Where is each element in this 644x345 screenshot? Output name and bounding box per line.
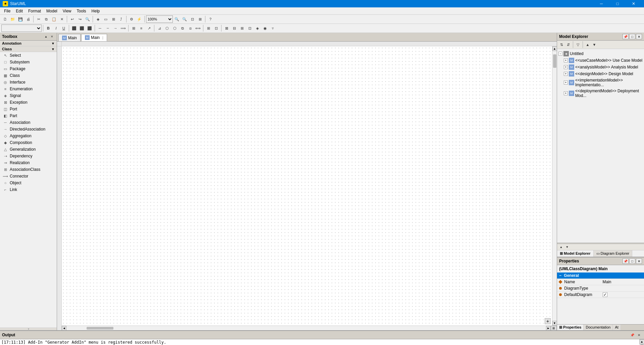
properties-expand-btn[interactable]: □ xyxy=(629,258,635,264)
toolbox-item-link[interactable]: ⌐ Link xyxy=(0,186,57,193)
tb-save-btn[interactable]: 💾 xyxy=(17,15,24,23)
tb-help-btn[interactable]: ? xyxy=(207,15,214,23)
scroll-right-btn[interactable]: ► xyxy=(546,326,551,331)
toolbox-section-annotation[interactable]: Annotation ▼ xyxy=(0,41,57,46)
tree-item-implmodel[interactable]: + M <<implementationModel>> Implementati… xyxy=(557,77,644,88)
zoom-select[interactable]: 100% 50% 75% 125% 150% 200% xyxy=(146,15,173,23)
canvas-nav-plus-btn[interactable]: + xyxy=(545,318,551,324)
tb-model-btn[interactable]: ◈ xyxy=(94,15,102,23)
canvas-tab-1[interactable]: M Main | xyxy=(81,34,107,41)
toolbox-item-part[interactable]: ◧ Part xyxy=(0,112,57,119)
scroll-thumb-h[interactable] xyxy=(87,327,113,330)
toolbox-item-directed-association[interactable]: → DirectedAssociation xyxy=(0,126,57,133)
tb2-layout2-btn[interactable]: ≡ xyxy=(138,24,145,32)
tb2-italic-btn[interactable]: I xyxy=(52,24,60,32)
tree-item-analysismodel[interactable]: + M <<analysisModel>> Analysis Model xyxy=(557,64,644,70)
tb2-sort-btn[interactable]: ⊿ xyxy=(156,24,163,32)
zoom-in-btn[interactable]: 🔍 xyxy=(173,15,181,23)
model-explorer-close-btn[interactable]: ✕ xyxy=(636,34,642,39)
tree-expand-untitled[interactable]: − xyxy=(558,52,562,56)
tree-item-untitled[interactable]: − ◈ Untitled xyxy=(557,50,644,57)
scroll-up-btn[interactable] xyxy=(552,46,557,51)
tb2-extra3-btn[interactable]: ⊞ xyxy=(238,24,246,32)
tb2-arrow1-btn[interactable]: → xyxy=(112,24,119,32)
toolbox-item-association-class[interactable]: ⊞ AssociationClass xyxy=(0,166,57,173)
menu-format[interactable]: Format xyxy=(26,8,44,14)
properties-pin-btn[interactable]: 📌 xyxy=(623,258,629,264)
toolbox-item-realization[interactable]: ⇒ Realization xyxy=(0,159,57,166)
tb2-group-btn[interactable]: ⬡ xyxy=(163,24,171,32)
scroll-down-btn[interactable] xyxy=(552,321,557,326)
tb-extra1-btn[interactable]: ⚙ xyxy=(128,15,135,23)
menu-help[interactable]: Help xyxy=(89,8,103,14)
toolbox-item-aggregation[interactable]: ◇ Aggregation xyxy=(0,133,57,139)
tree-expand-usecasemodel[interactable]: + xyxy=(564,58,568,62)
tb-export-btn[interactable]: ⤴ xyxy=(117,15,125,23)
toolbox-close-btn[interactable]: ✕ xyxy=(49,34,55,39)
toolbox-section-class[interactable]: Class ▼ xyxy=(0,46,57,52)
zoom-out-btn[interactable]: 🔍 xyxy=(181,15,188,23)
tb2-arrow2-btn[interactable]: ⟹ xyxy=(119,24,127,32)
tb2-align-left-btn[interactable]: ⬛ xyxy=(70,24,78,32)
property-val-name[interactable]: Main xyxy=(601,279,644,285)
menu-file[interactable]: File xyxy=(1,8,13,14)
tab-diagram-explorer[interactable]: ▭ Diagram Explorer xyxy=(594,250,633,257)
me-collapse-btn[interactable]: ▼ xyxy=(591,42,597,48)
tb-diagram-btn[interactable]: ▭ xyxy=(102,15,109,23)
output-pin-btn[interactable]: 📌 xyxy=(629,332,635,338)
scroll-left-btn[interactable]: ◄ xyxy=(62,326,66,331)
tb-copy-btn[interactable]: ⧉ xyxy=(43,15,50,23)
close-button[interactable]: ✕ xyxy=(626,0,641,7)
toolbox-item-select[interactable]: ↖ Select xyxy=(0,52,57,59)
toolbox-resize-handle[interactable]: ▾ xyxy=(0,328,57,330)
tb2-align-center-btn[interactable]: ⬛ xyxy=(78,24,86,32)
tree-item-usecasemodel[interactable]: + M <<useCaseModel>> Use Case Model xyxy=(557,57,644,64)
model-explorer-expand-btn[interactable]: □ xyxy=(629,34,635,39)
me-sort-btn[interactable]: ⇅ xyxy=(558,42,564,48)
tb2-line1-btn[interactable]: ─ xyxy=(96,24,104,32)
defaultdiagram-checkbox[interactable]: ✓ xyxy=(603,292,607,297)
maximize-button[interactable]: □ xyxy=(610,0,625,7)
output-close-btn[interactable]: ✕ xyxy=(636,332,642,338)
tb-new-btn[interactable]: 🗋 xyxy=(1,15,9,23)
tb2-front-btn[interactable]: ⧉ xyxy=(179,24,186,32)
tb-extra2-btn[interactable]: ⚡ xyxy=(136,15,143,23)
canvas-drawing-area[interactable]: + xyxy=(62,46,552,326)
toolbox-item-object[interactable]: ○ Object xyxy=(0,180,57,186)
tb2-extra1-btn[interactable]: ⊠ xyxy=(223,24,230,32)
tb2-align-right-btn[interactable]: ⬛ xyxy=(86,24,93,32)
menu-model[interactable]: Model xyxy=(44,8,60,14)
toolbox-item-generalization[interactable]: △ Generalization xyxy=(0,146,57,153)
tb2-size-btn[interactable]: ⊞ xyxy=(205,24,212,32)
minimize-button[interactable]: ─ xyxy=(594,0,609,7)
tb-redo-btn[interactable]: ↪ xyxy=(76,15,84,23)
rp-nav-up-btn[interactable]: ▲ xyxy=(558,244,564,250)
tb-cut-btn[interactable]: ✂ xyxy=(35,15,42,23)
style-select[interactable] xyxy=(1,24,42,32)
tb2-extra7-btn[interactable]: ▿ xyxy=(269,24,277,32)
tab-properties[interactable]: ⊞ Properties xyxy=(557,325,584,330)
toolbox-item-class[interactable]: ▦ Class xyxy=(0,72,57,79)
toolbox-item-subsystem[interactable]: □ Subsystem xyxy=(0,59,57,65)
tb-layout-btn[interactable]: ⊞ xyxy=(110,15,117,23)
canvas-tab-0[interactable]: M Main xyxy=(58,34,81,41)
tab-documentation[interactable]: Documentation xyxy=(584,325,613,330)
zoom-page-btn[interactable]: ⊞ xyxy=(196,15,204,23)
tree-expand-implmodel[interactable]: + xyxy=(564,81,568,85)
tree-item-deploymodel[interactable]: + M <<deploymentModel>> Deployment Mod..… xyxy=(557,88,644,99)
toolbox-item-exception[interactable]: ⊠ Exception xyxy=(0,99,57,106)
model-explorer-pin-btn[interactable]: 📌 xyxy=(623,34,629,39)
tb2-ungroup-btn[interactable]: ⬡ xyxy=(171,24,179,32)
menu-tools[interactable]: Tools xyxy=(74,8,89,14)
toolbox-item-connector[interactable]: ⟿ Connector xyxy=(0,173,57,180)
tb-print-btn[interactable]: 🖨 xyxy=(24,15,32,23)
output-scroll-up-btn[interactable] xyxy=(640,339,644,344)
tb-open-btn[interactable]: 📁 xyxy=(9,15,16,23)
tree-item-designmodel[interactable]: + M <<designModel>> Design Model xyxy=(557,70,644,77)
tab-at[interactable]: At xyxy=(613,325,621,330)
tb2-extra2-btn[interactable]: ⊟ xyxy=(231,24,238,32)
me-sort2-btn[interactable]: ⇵ xyxy=(565,42,571,48)
tb2-pos-btn[interactable]: ⊡ xyxy=(212,24,220,32)
menu-edit[interactable]: Edit xyxy=(13,8,26,14)
tb-paste-btn[interactable]: 📋 xyxy=(50,15,58,23)
